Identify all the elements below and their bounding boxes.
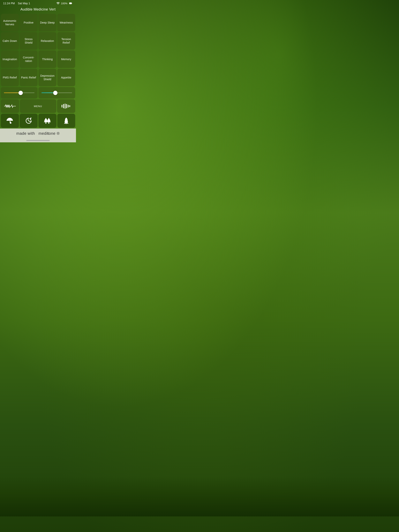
svg-rect-3	[62, 105, 62, 108]
trees-icon	[44, 117, 51, 124]
btn-depression-shield[interactable]: Depression Shield	[38, 69, 57, 86]
waveform-icon	[4, 103, 16, 109]
btn-autonomic-nerves[interactable]: Autonomic Nerves	[1, 14, 19, 31]
status-bar: 11:24 PM Sat May 1 100%	[0, 0, 76, 6]
tab-trees[interactable]	[38, 114, 57, 128]
svg-rect-1	[69, 3, 71, 4]
battery-icon	[69, 2, 73, 5]
svg-rect-4	[63, 104, 64, 108]
btn-appetite[interactable]: Appetite	[57, 69, 75, 86]
home-indicator	[0, 139, 76, 142]
footer-bold: t	[47, 131, 49, 136]
slider-right-thumb[interactable]	[53, 91, 58, 95]
svg-rect-5	[65, 104, 65, 109]
btn-thinking[interactable]: Thinking	[38, 51, 57, 68]
btn-relaxation[interactable]: Relaxation	[38, 32, 57, 50]
btn-imagination[interactable]: Imagination	[1, 51, 19, 68]
svg-rect-8	[69, 105, 70, 107]
btn-calm-down[interactable]: Calm Down	[1, 32, 19, 50]
svg-rect-2	[72, 3, 72, 4]
svg-rect-14	[45, 122, 46, 124]
btn-memory[interactable]: Memory	[57, 51, 75, 68]
footer-text: made with meditone ®	[16, 131, 60, 136]
btn-tension-relief[interactable]: Tension Relief	[57, 32, 75, 50]
battery-level: 100%	[61, 2, 67, 5]
svg-rect-6	[66, 104, 67, 108]
slider-left-thumb[interactable]	[19, 91, 23, 95]
svg-point-9	[30, 118, 30, 119]
tab-umbrella[interactable]	[1, 114, 19, 128]
btn-pms-relief[interactable]: PMS Relief	[1, 69, 19, 86]
status-time-date: 11:24 PM Sat May 1	[3, 2, 30, 5]
tab-night[interactable]	[20, 114, 38, 128]
umbrella-icon	[6, 117, 13, 124]
bars-icon	[60, 103, 72, 109]
btn-deep-sleep[interactable]: Deep Sleep	[38, 14, 57, 31]
slider-right-container	[38, 87, 75, 99]
btn-positive[interactable]: Positive	[20, 14, 38, 31]
footer: made with meditone ®	[0, 128, 76, 139]
status-time: 11:24 PM	[3, 2, 15, 5]
svg-rect-7	[68, 105, 69, 108]
svg-line-19	[64, 123, 65, 124]
status-icons: 100%	[56, 1, 73, 5]
wifi-icon	[56, 1, 60, 5]
tab-fire[interactable]	[57, 114, 75, 128]
moon-icon	[25, 117, 32, 124]
slider-left-fill	[4, 93, 21, 93]
home-bar	[26, 140, 50, 141]
app-title: Audible Medicine Vert	[0, 6, 76, 14]
menu-label: MENU	[34, 105, 42, 108]
menu-button[interactable]: MENU	[20, 99, 56, 113]
btn-stress-shield[interactable]: Stress Shield	[20, 32, 38, 50]
btn-weariness[interactable]: Weariness	[57, 14, 75, 31]
bottom-controls: MENU	[0, 99, 76, 113]
svg-point-10	[31, 118, 31, 118]
waveform-button[interactable]	[1, 99, 19, 113]
btn-concentration[interactable]: Concent-ration	[20, 51, 38, 68]
sliders-row	[0, 86, 76, 99]
svg-rect-17	[49, 122, 50, 124]
slider-left-container	[1, 87, 38, 99]
fire-icon	[63, 117, 70, 124]
svg-point-11	[30, 119, 31, 120]
btn-panic-relief[interactable]: Panic Relief	[20, 69, 38, 86]
slider-right-track[interactable]	[41, 93, 72, 93]
main-grid: Autonomic Nerves Positive Deep Sleep Wea…	[0, 14, 76, 86]
status-date: Sat May 1	[18, 2, 30, 5]
bars-button[interactable]	[57, 99, 75, 113]
svg-line-20	[68, 123, 68, 124]
tab-bar	[0, 113, 76, 128]
slider-left-track[interactable]	[4, 93, 34, 93]
